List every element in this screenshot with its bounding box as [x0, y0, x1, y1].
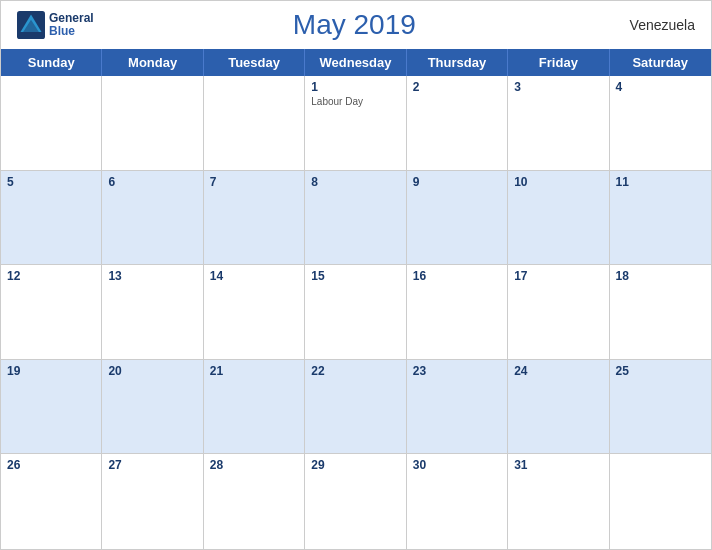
week-row-1: 567891011	[1, 171, 711, 266]
cell-event-label: Labour Day	[311, 96, 399, 107]
calendar-cell: 13	[102, 265, 203, 359]
cell-day-number: 3	[514, 80, 602, 94]
week-row-0: 1Labour Day234	[1, 76, 711, 171]
calendar-cell: 4	[610, 76, 711, 170]
calendar-header: General Blue May 2019 Venezuela	[1, 1, 711, 49]
cell-day-number: 10	[514, 175, 602, 189]
cell-day-number: 19	[7, 364, 95, 378]
calendar-cell	[1, 76, 102, 170]
cell-day-number: 15	[311, 269, 399, 283]
cell-day-number: 7	[210, 175, 298, 189]
calendar-cell	[204, 76, 305, 170]
calendar-cell: 8	[305, 171, 406, 265]
calendar-cell: 3	[508, 76, 609, 170]
day-header-tuesday: Tuesday	[204, 49, 305, 76]
logo-text: General Blue	[49, 12, 94, 38]
calendar-country: Venezuela	[615, 17, 695, 33]
calendar-cell: 14	[204, 265, 305, 359]
calendar-cell: 6	[102, 171, 203, 265]
calendar-title: May 2019	[94, 9, 615, 41]
cell-day-number: 24	[514, 364, 602, 378]
cell-day-number: 12	[7, 269, 95, 283]
cell-day-number: 1	[311, 80, 399, 94]
calendar-cell: 12	[1, 265, 102, 359]
cell-day-number: 6	[108, 175, 196, 189]
calendar-cell: 22	[305, 360, 406, 454]
week-row-4: 262728293031	[1, 454, 711, 549]
calendar-cell: 29	[305, 454, 406, 549]
calendar-cell: 19	[1, 360, 102, 454]
cell-day-number: 11	[616, 175, 705, 189]
calendar-cell: 16	[407, 265, 508, 359]
cell-day-number: 18	[616, 269, 705, 283]
cell-day-number: 2	[413, 80, 501, 94]
cell-day-number: 26	[7, 458, 95, 472]
cell-day-number: 5	[7, 175, 95, 189]
calendar-cell: 24	[508, 360, 609, 454]
day-headers: Sunday Monday Tuesday Wednesday Thursday…	[1, 49, 711, 76]
day-header-monday: Monday	[102, 49, 203, 76]
week-row-2: 12131415161718	[1, 265, 711, 360]
calendar-cell: 9	[407, 171, 508, 265]
cell-day-number: 17	[514, 269, 602, 283]
cell-day-number: 16	[413, 269, 501, 283]
day-header-friday: Friday	[508, 49, 609, 76]
calendar-cell: 31	[508, 454, 609, 549]
cell-day-number: 29	[311, 458, 399, 472]
week-row-3: 19202122232425	[1, 360, 711, 455]
calendar-container: General Blue May 2019 Venezuela Sunday M…	[0, 0, 712, 550]
calendar-cell: 15	[305, 265, 406, 359]
calendar-cell: 1Labour Day	[305, 76, 406, 170]
calendar-cell: 2	[407, 76, 508, 170]
cell-day-number: 25	[616, 364, 705, 378]
calendar-cell: 21	[204, 360, 305, 454]
cell-day-number: 8	[311, 175, 399, 189]
cell-day-number: 30	[413, 458, 501, 472]
calendar-cell: 30	[407, 454, 508, 549]
cell-day-number: 14	[210, 269, 298, 283]
calendar-cell: 17	[508, 265, 609, 359]
calendar-cell: 28	[204, 454, 305, 549]
calendar-cell: 5	[1, 171, 102, 265]
calendar-cell: 11	[610, 171, 711, 265]
logo-icon	[17, 11, 45, 39]
cell-day-number: 22	[311, 364, 399, 378]
calendar-cell: 10	[508, 171, 609, 265]
logo: General Blue	[17, 11, 94, 39]
logo-blue: Blue	[49, 25, 94, 38]
calendar-cell: 25	[610, 360, 711, 454]
cell-day-number: 28	[210, 458, 298, 472]
day-header-wednesday: Wednesday	[305, 49, 406, 76]
cell-day-number: 27	[108, 458, 196, 472]
cell-day-number: 9	[413, 175, 501, 189]
cell-day-number: 13	[108, 269, 196, 283]
calendar-grid: 1Labour Day23456789101112131415161718192…	[1, 76, 711, 549]
calendar-cell	[610, 454, 711, 549]
calendar-cell: 26	[1, 454, 102, 549]
day-header-sunday: Sunday	[1, 49, 102, 76]
calendar-cell: 20	[102, 360, 203, 454]
cell-day-number: 20	[108, 364, 196, 378]
calendar-cell: 27	[102, 454, 203, 549]
day-header-thursday: Thursday	[407, 49, 508, 76]
calendar-cell	[102, 76, 203, 170]
cell-day-number: 4	[616, 80, 705, 94]
cell-day-number: 23	[413, 364, 501, 378]
calendar-cell: 23	[407, 360, 508, 454]
calendar-cell: 18	[610, 265, 711, 359]
cell-day-number: 31	[514, 458, 602, 472]
day-header-saturday: Saturday	[610, 49, 711, 76]
calendar-cell: 7	[204, 171, 305, 265]
cell-day-number: 21	[210, 364, 298, 378]
